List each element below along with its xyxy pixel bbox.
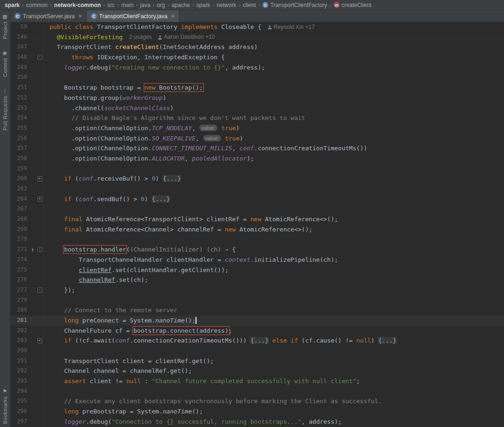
code-line[interactable]: 275 clientRef.set(clientHandler.getClien… — [10, 265, 504, 275]
code-editor[interactable]: 59public class TransportClientFactory im… — [10, 22, 504, 427]
breadcrumb-item[interactable]: spark — [4, 2, 21, 8]
breadcrumb-item[interactable]: org — [156, 2, 166, 8]
code-line[interactable]: 274 TransportChannelHandler clientHandle… — [10, 255, 504, 265]
line-number: 256 — [10, 133, 29, 144]
code-line[interactable]: 280 // Connect to the remote server — [10, 305, 504, 315]
code-line[interactable]: 247 TransportClient createClient(InetSoc… — [10, 42, 504, 52]
code-token: nanoTime — [155, 317, 185, 324]
author-inlay[interactable]: Reynold Xin +17 — [268, 22, 315, 33]
fold-icon[interactable]: - — [37, 287, 42, 293]
code-line[interactable]: 258 .option(ChannelOption.ALLOCATOR, poo… — [10, 154, 504, 164]
breadcrumb-item[interactable]: src — [106, 2, 116, 8]
code-line[interactable]: 268 final AtomicReference<TransportClien… — [10, 214, 504, 224]
breadcrumb-item[interactable]: main — [120, 2, 134, 8]
code-line[interactable]: 277- }); — [10, 285, 504, 295]
code-line[interactable]: 281 long preConnect = System.nanoTime(); — [10, 315, 504, 326]
implementing-marker-icon[interactable]: ↑ — [31, 247, 34, 252]
fold-icon[interactable]: - — [37, 55, 42, 60]
code-token — [217, 125, 221, 132]
gutter-fold — [36, 315, 44, 326]
breadcrumb-item[interactable]: apache — [170, 2, 190, 8]
breadcrumb-item[interactable]: client — [242, 2, 257, 8]
code-line[interactable]: 257 .option(ChannelOption.CONNECT_TIMEOU… — [10, 143, 504, 154]
code-line[interactable]: 256 .option(ChannelOption.SO_KEEPALIVE, … — [10, 133, 504, 144]
breadcrumb-item[interactable]: CTransportClientFactory — [261, 2, 328, 8]
usages-inlay[interactable]: 2 usages — [129, 32, 152, 42]
code-line[interactable]: 290 — [10, 346, 504, 356]
tool-window-button-project[interactable]: ▦Project — [2, 14, 8, 39]
gutter-fold — [36, 406, 44, 417]
code-token: conf — [115, 337, 130, 344]
code-line[interactable]: 255 .option(ChannelOption.TCP_NODELAY, v… — [10, 123, 504, 133]
code-token: long — [64, 317, 82, 324]
line-number: 292 — [10, 366, 29, 376]
gutter-fold: + — [36, 194, 44, 204]
breadcrumb-label: org — [157, 2, 165, 8]
fold-icon[interactable]: + — [37, 196, 42, 202]
editor-tab[interactable]: CTransportClientFactory.java× — [87, 10, 180, 22]
code-line[interactable]: 267 — [10, 204, 504, 214]
code-token: .initializePipeline(ch); — [250, 256, 338, 263]
gutter-icons — [29, 336, 36, 346]
breadcrumb-label: network — [217, 2, 236, 8]
fold-icon[interactable]: - — [37, 247, 42, 252]
breadcrumb-label: spark — [196, 2, 210, 8]
code-token: .option(ChannelOption. — [49, 155, 152, 162]
line-number: 268 — [10, 214, 29, 224]
code-line[interactable]: 251 Bootstrap bootstrap = new Bootstrap(… — [10, 83, 504, 93]
highlight-box: new Bootstrap(); — [145, 84, 203, 91]
code-line[interactable]: 259 — [10, 164, 504, 174]
gutter-icons — [29, 133, 36, 144]
commit-icon: ◉ — [3, 50, 7, 56]
code-token: TCP_NODELAY — [152, 125, 192, 132]
code-line[interactable]: 279 — [10, 295, 504, 306]
code-line[interactable]: 269 final AtomicReference<Channel> chann… — [10, 224, 504, 235]
code-line[interactable]: 250 — [10, 72, 504, 83]
code-line[interactable]: 271↑- bootstrap.handler((ChannelInitiali… — [10, 245, 504, 255]
code-line[interactable]: 297 logger.debug("Connection to {} succe… — [10, 417, 504, 427]
code-line[interactable]: 248- throws IOException, InterruptedExce… — [10, 52, 504, 63]
code-line[interactable]: 295 // Execute any client bootstraps syn… — [10, 396, 504, 406]
code-text: assert client != null : "Channel future … — [44, 376, 360, 386]
code-line[interactable]: 292 Channel channel = channelRef.get(); — [10, 366, 504, 376]
code-line[interactable]: 263 — [10, 184, 504, 194]
code-text: long preBootstrap = System.nanoTime(); — [44, 406, 203, 417]
fold-icon[interactable]: + — [37, 176, 42, 182]
editor-tab[interactable]: CTransportServer.java× — [10, 10, 87, 22]
code-line[interactable]: 252 bootstrap.group(workerGroup) — [10, 93, 504, 103]
breadcrumb-item[interactable]: common — [25, 2, 49, 8]
breadcrumb-item[interactable]: network-common — [53, 2, 102, 8]
breadcrumb-item[interactable]: spark — [196, 2, 211, 8]
code-line[interactable]: 264+ if (conf.sendBuf() > 0) {...} — [10, 194, 504, 204]
code-line[interactable]: 249 logger.debug("Creating new connectio… — [10, 63, 504, 73]
code-line[interactable]: 293 assert client != null : "Channel fut… — [10, 376, 504, 386]
breadcrumb-item[interactable]: network — [216, 2, 237, 8]
code-line[interactable]: 254 // Disable Nagle's Algorithm since w… — [10, 113, 504, 123]
code-line[interactable]: 282 ChannelFuture cf = bootstrap.connect… — [10, 326, 504, 336]
close-icon[interactable]: × — [78, 13, 82, 19]
code-line[interactable]: 260+ if (conf.receiveBuf() > 0) {...} — [10, 174, 504, 184]
fold-icon[interactable]: + — [37, 338, 42, 343]
code-line[interactable]: 291 TransportClient client = clientRef.g… — [10, 356, 504, 366]
tool-window-button-pull-requests[interactable]: ↕Pull Requests — [2, 88, 8, 130]
gutter-icons — [29, 326, 36, 336]
code-line[interactable]: 283+ if (!cf.await(conf.connectionCreati… — [10, 336, 504, 346]
tool-window-button-commit[interactable]: ◉Commit — [2, 50, 8, 77]
close-icon[interactable]: × — [171, 13, 175, 19]
code-line[interactable]: 59public class TransportClientFactory im… — [10, 22, 504, 32]
code-line[interactable]: 246 @VisibleForTesting2 usagesAaron Davi… — [10, 32, 504, 42]
code-line[interactable]: 294 — [10, 386, 504, 397]
author-inlay[interactable]: Aaron Davidson +10 — [158, 32, 215, 42]
code-token: if — [64, 337, 75, 344]
code-line[interactable]: 296 long preBootstrap = System.nanoTime(… — [10, 406, 504, 417]
breadcrumb-item[interactable]: java — [139, 2, 151, 8]
code-token: .option(ChannelOption. — [49, 135, 152, 142]
tool-window-button-bookmarks[interactable]: ⚑Bookmarks — [2, 389, 8, 424]
code-line[interactable]: 270 — [10, 234, 504, 245]
breadcrumb-item[interactable]: mcreateClient — [333, 2, 372, 8]
gutter-fold — [36, 275, 44, 285]
code-token: .sendBuf() > — [93, 196, 141, 203]
code-line[interactable]: 253 .channel(socketChannelClass) — [10, 103, 504, 113]
code-line[interactable]: 276 channelRef.set(ch); — [10, 275, 504, 285]
editor-tab-bar: CTransportServer.java×CTransportClientFa… — [10, 10, 504, 22]
